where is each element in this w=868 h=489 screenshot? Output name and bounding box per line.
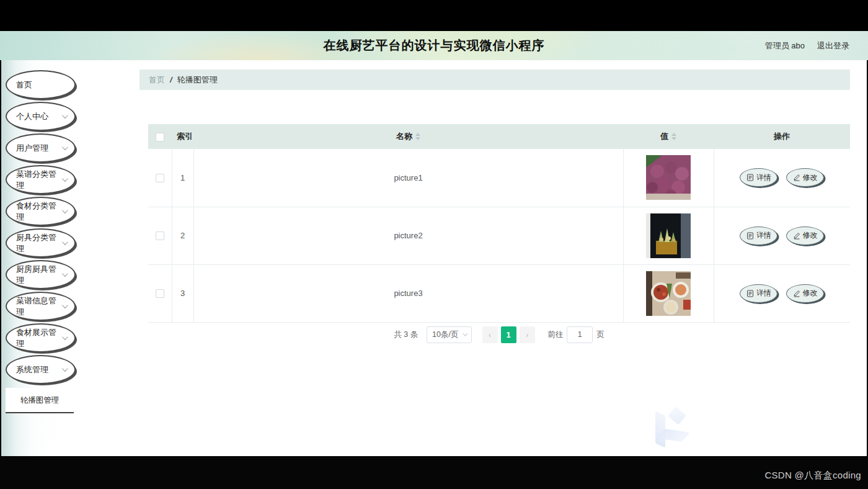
document-icon [746,174,754,181]
breadcrumb: 首页 / 轮播图管理 [140,70,850,90]
breadcrumb-home[interactable]: 首页 [149,74,165,86]
chevron-down-icon [62,112,68,119]
carousel-image-dark-appetizers [646,213,691,258]
chevron-down-icon [62,176,68,182]
sidebar-item-label: 系统管理 [16,364,48,375]
sidebar-item-label: 用户管理 [16,143,48,154]
sidebar-item-system-management[interactable]: 系统管理 [6,355,76,384]
sidebar-item-kitchen-cookware[interactable]: 厨房厨具管理 [6,260,76,289]
table-row: 1 picture1 [148,149,850,207]
page-size-select[interactable]: 10条/页 [427,326,472,343]
sidebar-item-recipe-info[interactable]: 菜谱信息管理 [6,292,76,321]
edit-button[interactable]: 修改 [786,168,824,187]
main-area: 首页 个人中心 用户管理 菜谱分类管理 食材分类管理 厨具分类管理 [1,60,867,456]
col-header-name[interactable]: 名称 [193,131,623,142]
sort-caret-icon[interactable] [415,133,420,140]
chevron-down-icon [62,302,68,308]
col-header-value[interactable]: 值 [623,131,714,142]
sidebar-subitem-carousel-management[interactable]: 轮播图管理 [6,388,74,413]
csdn-logo-watermark [655,410,691,452]
sidebar-item-label: 食材分类管理 [16,200,62,223]
next-page-button[interactable]: › [520,326,535,343]
app-header: 在线厨艺平台的设计与实现微信小程序 管理员 abo 退出登录 [0,31,868,60]
chevron-down-icon [62,207,68,213]
pagination: 共 3 条 10条/页 ‹ 1 › 前往 页 [148,326,850,343]
carousel-image-plated-dishes [646,271,691,316]
goto-unit-label: 页 [596,330,604,340]
edit-pen-icon [793,290,800,297]
row-index: 3 [172,264,193,322]
document-icon [746,290,754,297]
sidebar-item-label: 菜谱信息管理 [16,295,62,318]
sidebar-item-personal-center[interactable]: 个人中心 [6,102,76,131]
sidebar-item-ingredient-category[interactable]: 食材分类管理 [6,197,76,226]
goto-label: 前往 [547,330,563,340]
chevron-down-icon [62,334,68,340]
edit-pen-icon [793,174,800,181]
chevron-down-icon [62,144,68,150]
carousel-table-area: 索引 名称 值 [148,124,850,343]
row-checkbox[interactable] [156,289,164,298]
row-checkbox[interactable] [156,231,164,240]
edit-pen-icon [793,232,800,240]
logout-link[interactable]: 退出登录 [817,40,849,52]
row-index: 1 [172,149,193,207]
table-row: 3 picture3 [148,264,850,322]
row-checkbox[interactable] [156,174,164,182]
edit-button[interactable]: 修改 [786,227,824,245]
sidebar-item-ingredient-display[interactable]: 食材展示管理 [6,323,76,352]
sidebar-item-label: 首页 [16,79,32,91]
header-user-area: 管理员 abo 退出登录 [765,31,849,60]
sidebar-item-label: 菜谱分类管理 [16,169,62,191]
goto-page-input[interactable] [567,326,593,343]
carousel-image-red-onions [646,155,691,200]
table-row: 2 picture2 [148,207,850,264]
current-user-label: 管理员 abo [765,40,805,52]
sidebar-item-recipe-category[interactable]: 菜谱分类管理 [6,165,76,194]
prev-page-button[interactable]: ‹ [482,326,498,343]
row-index: 2 [172,207,193,264]
detail-button[interactable]: 详情 [740,227,777,245]
page-title: 在线厨艺平台的设计与实现微信小程序 [0,31,868,60]
table-header-row: 索引 名称 值 [148,124,850,149]
chevron-down-icon [463,331,468,336]
content-panel: 首页 / 轮播图管理 索引 [140,60,867,456]
carousel-table: 索引 名称 值 [148,124,850,323]
sidebar-item-user-management[interactable]: 用户管理 [6,133,76,163]
sidebar-item-cookware-category[interactable]: 厨具分类管理 [6,228,76,258]
chevron-down-icon [62,271,68,277]
sidebar-item-home[interactable]: 首页 [6,70,76,99]
sidebar-item-label: 厨房厨具管理 [16,264,62,286]
bottom-black-bar: CSDN @八音盒coding [0,456,868,489]
row-name: picture1 [193,149,623,207]
detail-button[interactable]: 详情 [740,284,777,303]
col-header-actions: 操作 [774,131,790,142]
top-black-bar [0,0,868,31]
breadcrumb-separator: / [170,75,172,84]
document-icon [746,232,754,240]
sidebar: 首页 个人中心 用户管理 菜谱分类管理 食材分类管理 厨具分类管理 [1,60,140,456]
sort-caret-icon[interactable] [671,133,676,140]
select-all-checkbox[interactable] [156,133,164,141]
row-name: picture2 [193,207,623,264]
col-header-index: 索引 [177,131,193,142]
sidebar-item-label: 厨具分类管理 [16,232,62,254]
edit-button[interactable]: 修改 [786,284,824,303]
page-number-button[interactable]: 1 [501,326,516,343]
breadcrumb-current: 轮播图管理 [177,74,218,86]
sidebar-item-label: 个人中心 [16,111,48,122]
sidebar-item-label: 食材展示管理 [16,327,62,349]
csdn-watermark-text: CSDN @八音盒coding [764,470,861,482]
chevron-down-icon [62,239,68,245]
chevron-down-icon [62,366,68,372]
pagination-total: 共 3 条 [394,330,418,340]
app-window: 在线厨艺平台的设计与实现微信小程序 管理员 abo 退出登录 首页 个人中心 用… [0,0,868,489]
detail-button[interactable]: 详情 [740,168,777,187]
row-name: picture3 [193,264,623,322]
